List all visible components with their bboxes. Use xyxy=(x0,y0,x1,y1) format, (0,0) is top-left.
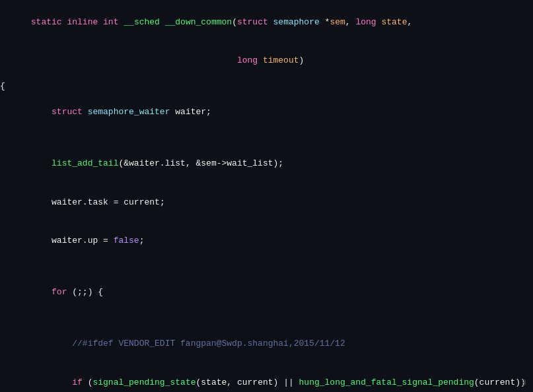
code-line-12: //#ifdef VENDOR_EDIT fangpan@Swdp.shangh… xyxy=(0,325,533,364)
line-number-display: 8 xyxy=(522,377,526,389)
param-timeout: timeout xyxy=(263,55,299,65)
code-line-2: long timeout) xyxy=(0,42,533,81)
type-semaphore: semaphore xyxy=(273,17,320,27)
code-line-6: list_add_tail(&waiter.list, &sem->wait_l… xyxy=(0,145,533,183)
keyword-static: static xyxy=(31,17,62,27)
param-sem: sem xyxy=(330,17,345,27)
code-editor: static inline int __sched __down_common(… xyxy=(0,0,533,392)
fn-down-common: __down_common xyxy=(165,17,232,27)
fn-sched: __sched xyxy=(124,17,160,27)
code-line-10: for (;;) { xyxy=(0,273,533,312)
keyword-struct: struct xyxy=(237,17,268,27)
code-line-8: waiter.up = false; xyxy=(0,222,533,261)
param-state: state xyxy=(381,17,407,27)
code-line-5 xyxy=(0,131,533,145)
code-line-13: if (signal_pending_state(state, current)… xyxy=(0,363,533,392)
keyword-int: int xyxy=(103,17,118,27)
keyword-long: long xyxy=(355,17,376,27)
keyword-long2: long xyxy=(237,55,258,65)
code-line-1: static inline int __sched __down_common(… xyxy=(0,3,533,42)
code-line-7: waiter.task = current; xyxy=(0,183,533,222)
keyword-inline: inline xyxy=(67,17,98,27)
code-line-9 xyxy=(0,260,533,273)
code-line-3: { xyxy=(0,80,533,93)
comment-ifdef: //#ifdef VENDOR_EDIT fangpan@Swdp.shangh… xyxy=(72,339,345,348)
code-line-11 xyxy=(0,311,533,325)
code-line-4: struct semaphore_waiter waiter; xyxy=(0,93,533,132)
